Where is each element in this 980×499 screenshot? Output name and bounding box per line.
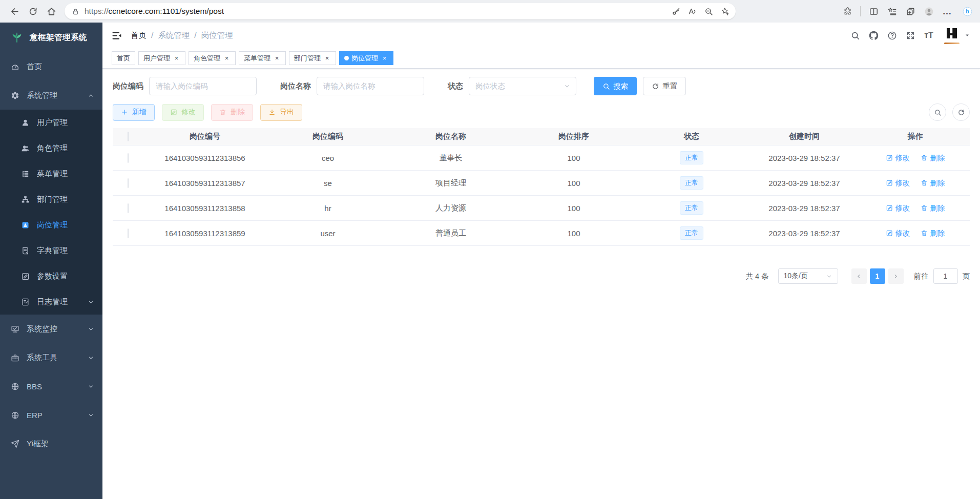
- sidebar-item-dict-management[interactable]: 字典管理: [0, 238, 102, 263]
- tab-menu-management[interactable]: 菜单管理×: [239, 51, 286, 65]
- select-all-checkbox[interactable]: [128, 132, 129, 141]
- export-button[interactable]: 导出: [260, 104, 302, 121]
- sidebar-item-menu-management[interactable]: 菜单管理: [0, 161, 102, 186]
- row-checkbox[interactable]: [128, 228, 129, 238]
- column-header-post-code: 岗位编码: [266, 132, 389, 141]
- breadcrumb-home[interactable]: 首页: [131, 30, 147, 41]
- sidebar-item-user-management[interactable]: 用户管理: [0, 110, 102, 135]
- sidebar-item-system-tools[interactable]: 系统工具: [0, 343, 102, 372]
- tab-close-icon[interactable]: ×: [323, 54, 331, 62]
- read-aloud-icon[interactable]: [684, 4, 700, 19]
- tab-label: 菜单管理: [244, 54, 270, 63]
- sidebar-item-label: Yi框架: [27, 439, 49, 449]
- tab-close-icon[interactable]: ×: [273, 54, 281, 62]
- post-code-input[interactable]: [149, 77, 257, 95]
- next-page-button[interactable]: [888, 268, 904, 284]
- sidebar-item-erp[interactable]: ERP: [0, 401, 102, 429]
- row-delete-link[interactable]: 删除: [921, 203, 945, 213]
- sidebar-item-log-management[interactable]: 日志管理: [0, 289, 102, 315]
- tab-close-icon[interactable]: ×: [223, 54, 231, 62]
- row-checkbox[interactable]: [128, 203, 129, 213]
- row-checkbox[interactable]: [128, 178, 129, 188]
- row-edit-link[interactable]: 修改: [886, 228, 910, 238]
- cell-post-sort: 100: [512, 204, 635, 213]
- user-avatar[interactable]: [943, 25, 961, 46]
- sidebar-item-param-settings[interactable]: 参数设置: [0, 263, 102, 289]
- sidebar-item-label: 岗位管理: [37, 220, 68, 230]
- fullscreen-icon[interactable]: [901, 26, 920, 45]
- url-text[interactable]: https://ccnetcore.com:1101/system/post: [85, 7, 667, 16]
- add-button[interactable]: 新增: [113, 104, 155, 121]
- collections-icon[interactable]: [883, 2, 901, 20]
- row-delete-link[interactable]: 删除: [921, 178, 945, 188]
- goto-page-input[interactable]: [933, 268, 958, 284]
- browser-right-icons: … b: [838, 2, 975, 20]
- sidebar-collapse-icon[interactable]: [112, 30, 122, 41]
- page-number-1[interactable]: 1: [870, 268, 885, 284]
- cell-post-code: user: [266, 229, 389, 238]
- row-delete-link[interactable]: 删除: [921, 153, 945, 163]
- sidebar-item-system-management[interactable]: 系统管理: [0, 81, 102, 110]
- row-delete-label: 删除: [930, 153, 945, 163]
- extensions-icon[interactable]: [838, 2, 857, 20]
- sidebar-item-home[interactable]: 首页: [0, 52, 102, 81]
- row-checkbox[interactable]: [128, 153, 129, 163]
- browser-more-menu[interactable]: …: [938, 2, 956, 20]
- sidebar-item-dept-management[interactable]: 部门管理: [0, 186, 102, 212]
- new-tab-group-icon[interactable]: [901, 2, 920, 20]
- tab-close-icon[interactable]: ×: [173, 54, 180, 62]
- tab-post-management[interactable]: 岗位管理×: [339, 51, 393, 65]
- edit-button[interactable]: 修改: [162, 104, 204, 121]
- sidebar-item-system-monitor[interactable]: 系统监控: [0, 315, 102, 343]
- chevron-down-icon: [88, 299, 94, 305]
- delete-button[interactable]: 删除: [211, 104, 253, 121]
- trash-icon: [921, 230, 928, 237]
- status-select[interactable]: 岗位状态: [469, 77, 576, 95]
- font-size-icon[interactable]: тT: [920, 26, 938, 45]
- help-icon[interactable]: [883, 26, 901, 45]
- post-name-input[interactable]: [317, 77, 424, 95]
- tab-dept-management[interactable]: 部门管理×: [289, 51, 336, 65]
- search-button[interactable]: 搜索: [594, 77, 637, 95]
- reset-button[interactable]: 重置: [643, 77, 686, 95]
- font-size-glyph: тT: [924, 31, 933, 40]
- page-size-select[interactable]: 10条/页: [778, 268, 838, 284]
- search-icon: [934, 109, 942, 116]
- add-favorite-icon[interactable]: [717, 4, 733, 19]
- split-screen-icon[interactable]: [864, 2, 883, 20]
- password-key-icon[interactable]: [668, 4, 683, 19]
- tab-home[interactable]: 首页: [112, 51, 135, 65]
- cell-created-time: 2023-03-29 18:52:37: [748, 179, 861, 188]
- row-edit-link[interactable]: 修改: [886, 153, 910, 163]
- globe-icon: [11, 382, 19, 391]
- toggle-search-button[interactable]: [929, 103, 946, 121]
- row-edit-link[interactable]: 修改: [886, 178, 910, 188]
- refresh-table-button[interactable]: [952, 103, 970, 121]
- breadcrumb-system[interactable]: 系统管理: [158, 30, 190, 41]
- browser-home-button[interactable]: [42, 2, 60, 20]
- chevron-down-icon: [88, 355, 94, 361]
- zoom-out-icon[interactable]: [701, 4, 716, 19]
- browser-profile-avatar[interactable]: [920, 2, 938, 20]
- more-glyph: …: [943, 6, 952, 17]
- prev-page-button[interactable]: [851, 268, 867, 284]
- bing-copilot-icon[interactable]: b: [956, 2, 975, 20]
- row-edit-link[interactable]: 修改: [886, 203, 910, 213]
- user-menu-caret-icon[interactable]: [964, 32, 971, 39]
- row-delete-link[interactable]: 删除: [921, 228, 945, 238]
- browser-back-button[interactable]: [5, 2, 24, 20]
- sidebar-item-role-management[interactable]: 角色管理: [0, 135, 102, 161]
- address-bar[interactable]: https://ccnetcore.com:1101/system/post: [65, 3, 736, 19]
- chevron-up-icon: [88, 92, 94, 99]
- sidebar-item-bbs[interactable]: BBS: [0, 372, 102, 401]
- tab-role-management[interactable]: 角色管理×: [189, 51, 236, 65]
- sidebar-item-yi-framework[interactable]: Yi框架: [0, 429, 102, 458]
- tab-user-management[interactable]: 用户管理×: [138, 51, 185, 65]
- browser-refresh-button[interactable]: [24, 2, 42, 20]
- chevron-down-icon: [826, 273, 832, 280]
- tab-close-icon[interactable]: ×: [381, 54, 388, 62]
- header-search-icon[interactable]: [846, 26, 864, 45]
- github-icon[interactable]: [864, 26, 883, 45]
- sidebar-item-post-management[interactable]: 岗位管理: [0, 212, 102, 238]
- row-delete-label: 删除: [930, 228, 945, 238]
